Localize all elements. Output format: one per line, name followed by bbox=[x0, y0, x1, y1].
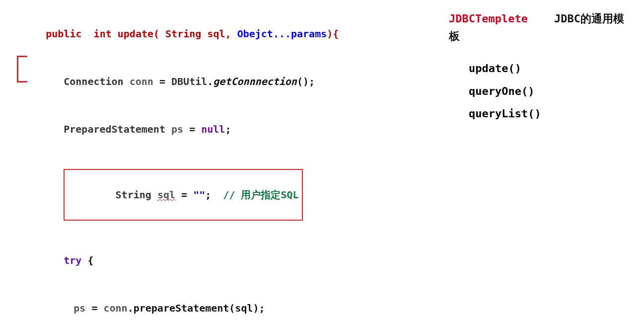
method-name: update bbox=[118, 28, 153, 40]
param-type-object: Obejct bbox=[237, 28, 273, 40]
red-bracket-mark bbox=[17, 56, 27, 82]
side-panel: JDBCTemplete JDBC的通用模板 update() queryOne… bbox=[429, 10, 634, 326]
keyword-public: public bbox=[46, 28, 81, 40]
method-querylist: queryList() bbox=[469, 105, 634, 122]
param-type-string: String bbox=[165, 28, 201, 40]
connection-line: Connection conn = DBUtil.getConnnection(… bbox=[10, 58, 429, 105]
preparestatement-call: ps = conn.prepareStatement(sql); bbox=[10, 284, 429, 326]
param-name-sql: sql bbox=[207, 28, 225, 40]
jdbctemplate-title: JDBCTemplete bbox=[449, 12, 528, 25]
comment-user-sql: // 用户指定SQL bbox=[223, 189, 298, 201]
try-line: try { bbox=[10, 237, 429, 284]
sql-declaration-line: String sql = ""; // 用户指定SQL bbox=[10, 153, 429, 237]
preparedstatement-line: PreparedStatement ps = null; bbox=[10, 105, 429, 153]
method-signature: public int update( String sql, Obejct...… bbox=[10, 10, 429, 58]
code-block: public int update( String sql, Obejct...… bbox=[10, 10, 429, 326]
keyword-int: int bbox=[94, 28, 112, 40]
param-name-params: params bbox=[291, 28, 327, 40]
method-list: update() queryOne() queryList() bbox=[469, 60, 634, 122]
method-queryone: queryOne() bbox=[469, 82, 634, 100]
method-update: update() bbox=[469, 60, 634, 77]
